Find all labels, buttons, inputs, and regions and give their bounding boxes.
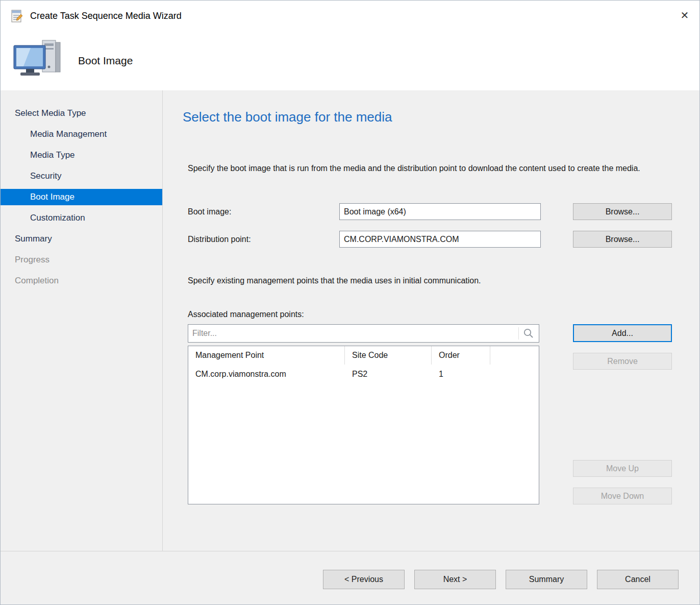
management-points-list-area: Management Point Site Code Order CM.corp… <box>188 324 539 504</box>
wizard-steps-sidebar: Select Media Type Media Management Media… <box>1 90 163 551</box>
cell-site-code: PS2 <box>345 370 432 379</box>
management-points-table: Management Point Site Code Order CM.corp… <box>188 346 539 504</box>
previous-button[interactable]: < Previous <box>323 570 405 589</box>
distribution-point-label: Distribution point: <box>188 235 339 244</box>
window-title: Create Task Sequence Media Wizard <box>30 11 182 21</box>
filter-input[interactable] <box>188 324 539 343</box>
sidebar-item-security[interactable]: Security <box>1 165 162 186</box>
sidebar-item-boot-image[interactable]: Boot Image <box>1 189 162 205</box>
wizard-icon <box>10 9 24 23</box>
boot-image-label: Boot image: <box>188 207 339 216</box>
cancel-button[interactable]: Cancel <box>597 570 679 589</box>
distribution-point-row: Distribution point: Browse... <box>188 231 699 248</box>
computer-icon <box>11 37 64 84</box>
filter-box <box>188 324 539 343</box>
wizard-page-content: Select the boot image for the media Spec… <box>163 90 699 551</box>
add-button[interactable]: Add... <box>573 324 672 342</box>
column-header-order[interactable]: Order <box>432 346 490 365</box>
cell-order: 1 <box>432 370 490 379</box>
management-points-buttons: Add... Remove Move Up Move Down <box>573 324 672 504</box>
wizard-body: Select Media Type Media Management Media… <box>1 90 699 551</box>
intro-text: Specify the boot image that is run from … <box>188 162 662 175</box>
management-points-section: Management Point Site Code Order CM.corp… <box>188 324 699 504</box>
sidebar-item-media-type[interactable]: Media Type <box>1 144 162 165</box>
boot-image-browse-button[interactable]: Browse... <box>573 203 672 220</box>
associated-management-points-label: Associated management points: <box>188 310 699 319</box>
distribution-point-input[interactable] <box>339 231 541 248</box>
remove-button: Remove <box>573 353 672 370</box>
sidebar-item-completion: Completion <box>1 270 162 291</box>
close-icon[interactable]: ✕ <box>670 1 699 30</box>
sidebar-item-customization[interactable]: Customization <box>1 207 162 228</box>
column-header-management-point[interactable]: Management Point <box>188 346 345 365</box>
distribution-point-browse-button[interactable]: Browse... <box>573 231 672 248</box>
wizard-header: Boot Image <box>1 31 699 90</box>
buttons-spacer <box>573 370 672 460</box>
table-row[interactable]: CM.corp.viamonstra.com PS2 1 <box>188 365 539 384</box>
page-heading: Select the boot image for the media <box>183 109 699 125</box>
sidebar-item-media-management[interactable]: Media Management <box>1 124 162 144</box>
move-up-button: Move Up <box>573 460 672 477</box>
next-button[interactable]: Next > <box>414 570 496 589</box>
management-points-text: Specify existing management points that … <box>188 274 699 287</box>
sidebar-item-progress: Progress <box>1 249 162 270</box>
search-icon[interactable] <box>523 328 534 339</box>
wizard-window: Create Task Sequence Media Wizard ✕ Boot… <box>0 0 700 605</box>
sidebar-item-summary[interactable]: Summary <box>1 228 162 249</box>
wizard-footer: < Previous Next > Summary Cancel <box>1 551 699 604</box>
column-header-site-code[interactable]: Site Code <box>345 346 432 365</box>
summary-button[interactable]: Summary <box>506 570 587 589</box>
move-down-button: Move Down <box>573 488 672 504</box>
page-title: Boot Image <box>78 55 133 67</box>
table-header-row: Management Point Site Code Order <box>188 346 539 365</box>
filter-divider <box>518 327 519 340</box>
cell-management-point: CM.corp.viamonstra.com <box>188 370 345 379</box>
column-header-filler <box>490 346 539 365</box>
boot-image-input[interactable] <box>339 203 541 220</box>
boot-image-row: Boot image: Browse... <box>188 203 699 220</box>
sidebar-item-select-media-type[interactable]: Select Media Type <box>1 103 162 124</box>
titlebar[interactable]: Create Task Sequence Media Wizard ✕ <box>1 1 699 31</box>
